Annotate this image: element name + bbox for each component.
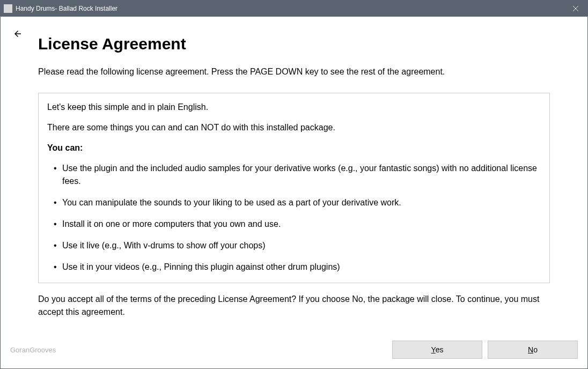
page-heading: License Agreement: [38, 35, 550, 53]
back-button[interactable]: [11, 27, 24, 40]
content-area: License Agreement Please read the follow…: [1, 17, 587, 368]
close-button[interactable]: [563, 1, 587, 17]
no-button[interactable]: No: [488, 341, 578, 359]
license-can-item: Install it on one or more computers that…: [56, 218, 541, 231]
license-can-heading: You can:: [47, 142, 541, 154]
instruction-text: Please read the following license agreem…: [38, 67, 550, 77]
license-can-item: Use the plugin and the included audio sa…: [56, 162, 541, 188]
footer-brand: GoranGrooves: [10, 346, 56, 354]
license-can-item: Use it in your videos (e.g., Pinning thi…: [56, 261, 541, 274]
titlebar-left: Handy Drums- Ballad Rock Installer: [4, 4, 117, 13]
license-can-item: Use it live (e.g., With v-drums to show …: [56, 239, 541, 252]
license-can-list: Use the plugin and the included audio sa…: [47, 162, 541, 274]
license-text-box[interactable]: Let's keep this simple and in plain Engl…: [38, 93, 550, 283]
window-title: Handy Drums- Ballad Rock Installer: [16, 5, 117, 12]
license-can-item: You can manipulate the sounds to your li…: [56, 196, 541, 209]
footer-buttons: Yes No: [392, 341, 578, 359]
app-icon: [4, 4, 12, 13]
back-arrow-icon: [13, 29, 23, 39]
license-intro-2: There are some things you can and can NO…: [47, 121, 541, 134]
license-intro-1: Let's keep this simple and in plain Engl…: [47, 101, 541, 114]
titlebar-right: [563, 1, 587, 17]
accept-question: Do you accept all of the terms of the pr…: [38, 293, 550, 319]
titlebar: Handy Drums- Ballad Rock Installer: [1, 1, 587, 17]
close-icon: [573, 6, 578, 11]
yes-button[interactable]: Yes: [392, 341, 482, 359]
footer: GoranGrooves Yes No: [10, 341, 578, 359]
